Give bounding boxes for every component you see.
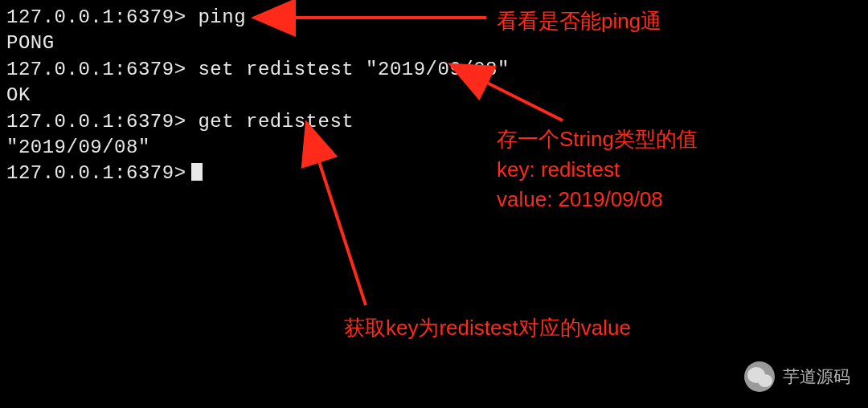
terminal-response: OK <box>6 83 868 108</box>
annotation-set: 存一个String类型的值 key: redistest value: 2019… <box>497 124 698 215</box>
annotation-ping: 看看是否能ping通 <box>497 6 661 37</box>
cursor-icon <box>191 163 203 181</box>
redis-prompt: 127.0.0.1:6379> <box>6 111 186 133</box>
terminal-line[interactable]: 127.0.0.1:6379> <box>6 161 868 186</box>
terminal-line: 127.0.0.1:6379> ping <box>6 5 868 31</box>
watermark: 芋道源码 <box>744 361 850 392</box>
annotation-set-line3: value: 2019/09/08 <box>497 185 698 215</box>
redis-command: set redistest "2019/09/08" <box>186 59 510 80</box>
annotation-set-line2: key: redistest <box>497 155 698 186</box>
terminal-line: 127.0.0.1:6379> set redistest "2019/09/0… <box>6 57 868 83</box>
watermark-text: 芋道源码 <box>783 365 850 388</box>
terminal-line: 127.0.0.1:6379> get redistest <box>6 109 868 135</box>
redis-prompt: 127.0.0.1:6379> <box>6 6 186 28</box>
redis-command: ping <box>186 6 247 28</box>
annotation-set-line1: 存一个String类型的值 <box>497 124 698 155</box>
redis-prompt: 127.0.0.1:6379> <box>6 59 186 80</box>
wechat-icon <box>744 361 775 392</box>
terminal-response: "2019/09/08" <box>6 135 868 161</box>
terminal-output: 127.0.0.1:6379> ping PONG 127.0.0.1:6379… <box>0 0 868 187</box>
annotation-get: 获取key为redistest对应的value <box>344 313 631 344</box>
redis-prompt: 127.0.0.1:6379> <box>6 162 186 184</box>
redis-command: get redistest <box>186 111 354 133</box>
terminal-response: PONG <box>6 31 868 56</box>
